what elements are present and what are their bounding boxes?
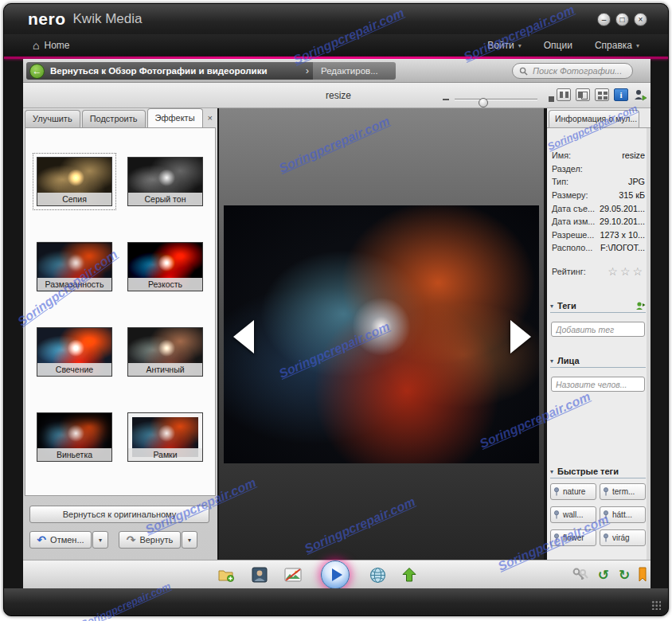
quick-tag[interactable]: flower [550, 529, 596, 546]
undo-button[interactable]: ↶ Отмен... [29, 531, 92, 549]
bookmark-button[interactable] [633, 565, 652, 584]
effect-sepia[interactable]: Сепия [37, 157, 112, 206]
slideshow-button[interactable] [283, 565, 303, 584]
resize-grip[interactable] [651, 600, 661, 610]
rotate-left-button[interactable]: ↺ [594, 565, 613, 584]
quick-tag[interactable]: hátt... [600, 506, 646, 523]
effect-label: Античный [128, 363, 202, 376]
effect-frames[interactable]: Рамки [127, 412, 203, 462]
options-menu[interactable]: Опции [544, 40, 572, 51]
next-photo-button[interactable] [510, 320, 531, 353]
info-panel-tab[interactable]: Информация о мул... [549, 110, 639, 127]
add-tag-input[interactable] [551, 322, 645, 337]
faces-button[interactable] [250, 565, 269, 584]
effect-label: Сепия [37, 193, 111, 205]
menubar: ⌂ Home Войти ▾ Опции Справка ▾ [4, 34, 668, 57]
home-label: Home [44, 40, 69, 51]
unlock-features-button[interactable] [571, 565, 590, 584]
home-menu[interactable]: ⌂ Home [33, 39, 69, 52]
field-size: Размеру:315 кБ [552, 189, 645, 202]
back-breadcrumb[interactable]: ← Вернуться к Обзор Фотографии и видеоро… [26, 62, 302, 80]
upload-button[interactable] [400, 565, 419, 584]
redo-icon: ↷ [127, 533, 136, 546]
close-panel-icon[interactable]: × [205, 112, 216, 125]
upload-arrow-icon [401, 567, 417, 583]
chevron-down-icon: ▾ [188, 537, 191, 544]
rating-row: Рейтинг: ☆☆☆ [552, 265, 645, 278]
chevron-down-icon: ▾ [550, 357, 553, 365]
quick-tag[interactable]: nature [550, 483, 596, 500]
previous-photo-button[interactable] [233, 320, 254, 353]
metadata-fields: Имя:resize Раздел: Тип:JPG Размеру:315 к… [552, 149, 645, 255]
columns-view-icon[interactable] [557, 88, 571, 101]
quick-tag[interactable]: term... [600, 483, 646, 500]
pin-icon [603, 533, 610, 542]
rotate-right-button[interactable]: ↻ [615, 565, 634, 584]
keys-icon [572, 567, 589, 583]
faces-section-header[interactable]: ▾ Лица [550, 354, 646, 368]
compare-view-icon[interactable] [576, 88, 590, 101]
quick-tag[interactable]: virág [600, 529, 646, 546]
undo-dropdown-button[interactable]: ▾ [92, 531, 108, 549]
tags-header-label: Теги [557, 301, 576, 310]
share-online-button[interactable] [368, 565, 387, 584]
app-title: Kwik Media [73, 11, 143, 27]
star-rating[interactable]: ☆☆☆ [608, 265, 645, 278]
editing-breadcrumb[interactable]: Редактиров... [313, 62, 396, 80]
back-icon[interactable]: ← [29, 64, 45, 79]
face-tag-icon[interactable] [633, 88, 647, 101]
scrollbar[interactable] [647, 128, 651, 560]
quick-tag[interactable]: wall... [550, 506, 596, 523]
window-controls: – □ × [597, 13, 658, 26]
statusbar [4, 588, 668, 615]
tab-adjust[interactable]: Подстроить [82, 110, 146, 127]
redo-button[interactable]: ↷ Вернуть [119, 531, 181, 549]
revert-to-original-button[interactable]: Вернуться к оригинальному [29, 506, 209, 523]
add-to-album-button[interactable] [217, 565, 236, 584]
titlebar: nero Kwik Media – □ × [4, 4, 668, 34]
help-menu[interactable]: Справка ▾ [595, 40, 639, 51]
effect-sharpen[interactable]: Резкость [127, 242, 203, 291]
bottom-toolbar: ↺ ↻ [23, 560, 651, 588]
zoom-in-icon[interactable] [549, 96, 554, 102]
breadcrumb-toolbar: ← Вернуться к Обзор Фотографии и видеоро… [23, 59, 651, 83]
zoom-track[interactable] [455, 99, 537, 100]
zoom-out-icon[interactable] [443, 99, 449, 100]
tab-effects[interactable]: Эффекты [147, 108, 203, 127]
folder-add-icon [217, 567, 235, 583]
login-menu[interactable]: Войти ▾ [487, 40, 522, 51]
minimize-button[interactable]: – [597, 13, 611, 26]
effect-blur[interactable]: Размазанность [37, 242, 112, 291]
effect-label: Размазанность [37, 278, 111, 291]
pin-icon [553, 533, 561, 542]
zoom-slider[interactable] [443, 95, 554, 104]
help-label: Справка [595, 40, 632, 51]
redo-dropdown-button[interactable]: ▾ [182, 531, 197, 549]
add-person-tag-icon[interactable] [635, 301, 646, 310]
undo-icon: ↶ [37, 533, 46, 546]
edit-panel: Улучшить Подстроить Эффекты × Сепия Серы… [23, 108, 217, 560]
effect-antique[interactable]: Античный [127, 327, 203, 377]
effect-glow[interactable]: Свечение [37, 327, 112, 377]
effect-label: Серый тон [128, 193, 202, 205]
maximize-button[interactable]: □ [615, 13, 629, 26]
search-box [512, 63, 633, 79]
zoom-thumb[interactable] [479, 98, 488, 107]
pin-icon [603, 487, 610, 496]
tags-section-header[interactable]: ▾ Теги [550, 299, 646, 313]
info-panel: Информация о мул... Имя:resize Раздел: Т… [547, 108, 651, 560]
quick-tags-section-header[interactable]: ▾ Быстрые теги [550, 465, 646, 478]
name-person-input[interactable] [551, 377, 645, 392]
grid-view-icon[interactable] [595, 88, 609, 101]
effect-grayscale[interactable]: Серый тон [127, 157, 203, 206]
play-button[interactable] [321, 560, 350, 589]
tab-enhance[interactable]: Улучшить [25, 110, 80, 127]
field-date-taken: Дата съе...29.05.201... [552, 201, 645, 215]
effect-label: Резкость [128, 278, 202, 291]
effect-vignette[interactable]: Виньетка [37, 412, 112, 462]
view-mode-buttons: i [557, 88, 647, 101]
rating-label: Рейтинг: [552, 267, 586, 276]
close-button[interactable]: × [634, 13, 647, 26]
search-input[interactable] [531, 65, 625, 76]
info-panel-toggle-icon[interactable]: i [614, 88, 628, 101]
